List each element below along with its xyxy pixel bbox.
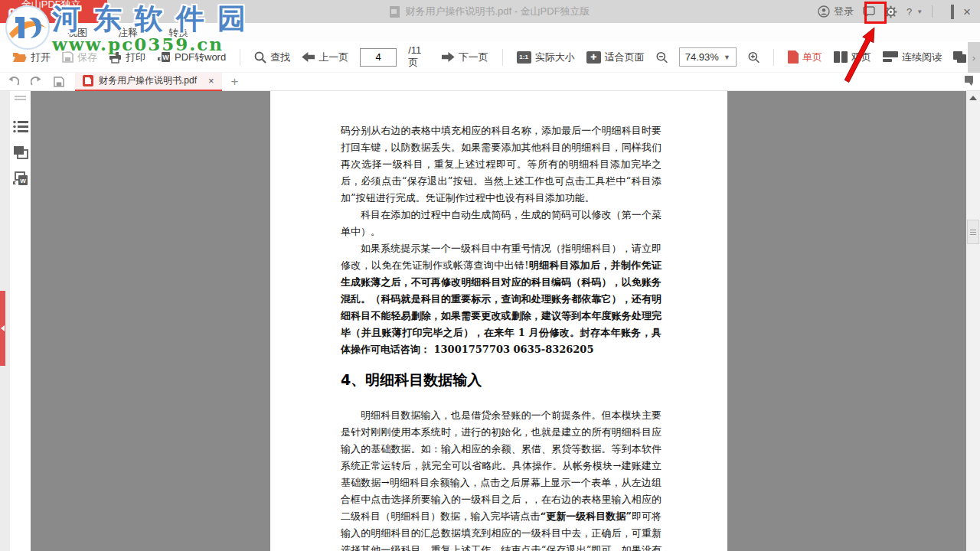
highlight-box-settings xyxy=(864,2,887,24)
maximize-button[interactable] xyxy=(951,6,954,18)
vertical-scrollbar[interactable] xyxy=(966,91,980,551)
tab-title: 财务用户操作说明书.pdf xyxy=(99,74,197,87)
help-label: ? xyxy=(906,6,912,18)
divider xyxy=(240,49,240,66)
user-icon xyxy=(818,5,830,18)
chevron-down-icon: ▼ xyxy=(916,8,923,15)
chevron-right-icon: › xyxy=(972,52,975,64)
paragraph: 明细科目数据输入，也是借贷余登账的一个前提条件。但本模块主要是针对刚刚使用本系统… xyxy=(341,407,662,551)
printer-icon xyxy=(109,51,122,64)
zoom-level-value: 74.93% xyxy=(685,51,719,63)
pdf-to-word-icon: W xyxy=(157,51,171,64)
scroll-up-button[interactable] xyxy=(966,91,980,104)
open-folder-icon xyxy=(12,51,27,63)
window-title: 财务用户操作说明书.pdf - 金山PDF独立版 xyxy=(230,0,750,23)
zoom-in-icon[interactable] xyxy=(748,51,760,64)
prev-page-button[interactable]: 上一页 xyxy=(302,51,348,64)
menu-item-annotate[interactable]: 注释 xyxy=(118,26,138,40)
sidebar-drag-handle[interactable] xyxy=(15,96,26,100)
svg-text:W: W xyxy=(20,178,26,184)
thumbnails-panel-icon[interactable] xyxy=(13,145,28,159)
panel-collapse-handle[interactable] xyxy=(0,291,5,366)
continuous-read-button[interactable]: 连续阅读 xyxy=(883,51,942,64)
menu-item-start[interactable]: 开始 xyxy=(17,26,37,40)
open-button[interactable]: 打开 xyxy=(12,51,51,64)
menu-bar: 开始 视图 注释 转换 xyxy=(0,23,980,42)
single-page-button[interactable]: 单页 xyxy=(788,51,822,64)
pdf-file-icon xyxy=(83,75,93,86)
main-area: W 码分别从右边的表格中填充相应的科目名称，添加最后一个明细科目时要打回车键，以… xyxy=(0,91,980,551)
paragraph: 科目在添加的过程中自动生成简码，生成的简码可以修改（第一个菜单中）。 xyxy=(341,207,662,240)
new-tab-button[interactable]: + xyxy=(231,74,239,90)
actual-size-button[interactable]: 1:1 实际大小 xyxy=(517,51,575,64)
svg-text:W: W xyxy=(162,54,169,61)
next-page-button[interactable]: 下一页 xyxy=(442,51,488,64)
redo-icon[interactable] xyxy=(31,77,42,86)
section-heading-4: 4、明细科目数据输入 xyxy=(341,370,662,389)
divider xyxy=(932,5,933,18)
zoom-out-icon[interactable] xyxy=(656,51,668,64)
tab-close-icon[interactable]: × xyxy=(208,75,214,86)
app-menu-label: 金山PDF独立版 xyxy=(21,0,86,25)
bookmark-dropdown-button[interactable] xyxy=(963,75,975,90)
chevron-left-icon xyxy=(1,325,5,331)
toolbar: 打开 保存 打印 W PDF转word 查找 上一页 xyxy=(0,42,980,73)
quick-save-icon[interactable] xyxy=(54,77,64,87)
login-button[interactable]: 登录 xyxy=(818,5,854,18)
left-sidebar: W xyxy=(10,91,31,551)
undo-icon[interactable] xyxy=(8,77,19,86)
fit-page-icon: ✚ xyxy=(586,51,601,64)
arrow-left-icon xyxy=(302,52,315,62)
menu-item-convert[interactable]: 转换 xyxy=(168,26,188,40)
page-number-input[interactable] xyxy=(360,48,397,67)
find-button[interactable]: 查找 xyxy=(254,51,290,64)
red-arrow-annotation xyxy=(839,24,882,84)
pdf-page: 码分别从右边的表格中填充相应的科目名称，添加最后一个明细科目时要打回车键，以防数… xyxy=(270,91,727,551)
toolbar-overflow-button[interactable]: › xyxy=(968,42,980,73)
fit-page-button[interactable]: ✚ 适合页面 xyxy=(586,51,645,64)
save-button[interactable]: 保存 xyxy=(62,51,97,64)
single-page-icon xyxy=(788,51,799,64)
pdf-to-word-panel-icon[interactable]: W xyxy=(12,171,28,187)
print-button[interactable]: 打印 xyxy=(109,51,145,64)
title-bar: ϱ 金山PDF独立版 ▼ 财务用户操作说明书.pdf - 金山PDF独立版 登录 xyxy=(0,0,980,23)
bookmark-flag-icon xyxy=(963,75,975,86)
search-icon xyxy=(254,51,266,64)
page-total-label: /11 页 xyxy=(408,44,430,70)
continuous-read-icon xyxy=(883,51,898,63)
outline-panel-icon[interactable] xyxy=(13,120,28,133)
app-menu-button[interactable]: ϱ 金山PDF独立版 ▼ xyxy=(0,0,107,23)
scrollbar-thumb[interactable] xyxy=(967,220,979,244)
chevron-down-icon: ▼ xyxy=(724,54,730,61)
paragraph: 如果系统提示某一个一级科目中有重号情况（指明细科目），请立即修改，以免在凭证制作… xyxy=(341,240,662,358)
arrow-right-icon xyxy=(442,52,455,62)
document-icon xyxy=(390,6,400,18)
pdf-to-word-button[interactable]: W PDF转word xyxy=(157,51,226,64)
document-view[interactable]: 码分别从右边的表格中填充相应的科目名称，添加最后一个明细科目时要打回车键，以防数… xyxy=(31,91,980,551)
close-button[interactable]: × xyxy=(963,5,971,18)
menu-item-view[interactable]: 视图 xyxy=(67,26,87,40)
app-logo-icon: ϱ xyxy=(8,5,16,18)
save-icon xyxy=(62,51,74,63)
tab-active-document[interactable]: 财务用户操作说明书.pdf × xyxy=(75,73,222,91)
help-button[interactable]: ? ▼ xyxy=(906,6,923,18)
one-to-one-icon: 1:1 xyxy=(517,51,531,64)
chevron-down-icon: ▼ xyxy=(93,8,100,15)
divider xyxy=(773,49,774,66)
zoom-level-select[interactable]: 74.93% ▼ xyxy=(679,47,737,67)
divider xyxy=(502,49,503,66)
login-label: 登录 xyxy=(834,5,854,18)
tab-bar: 财务用户操作说明书.pdf × + xyxy=(0,73,980,91)
background-icon xyxy=(953,51,966,63)
paragraph: 码分别从右边的表格中填充相应的科目名称，添加最后一个明细科目时要打回车键，以防数… xyxy=(341,122,662,207)
